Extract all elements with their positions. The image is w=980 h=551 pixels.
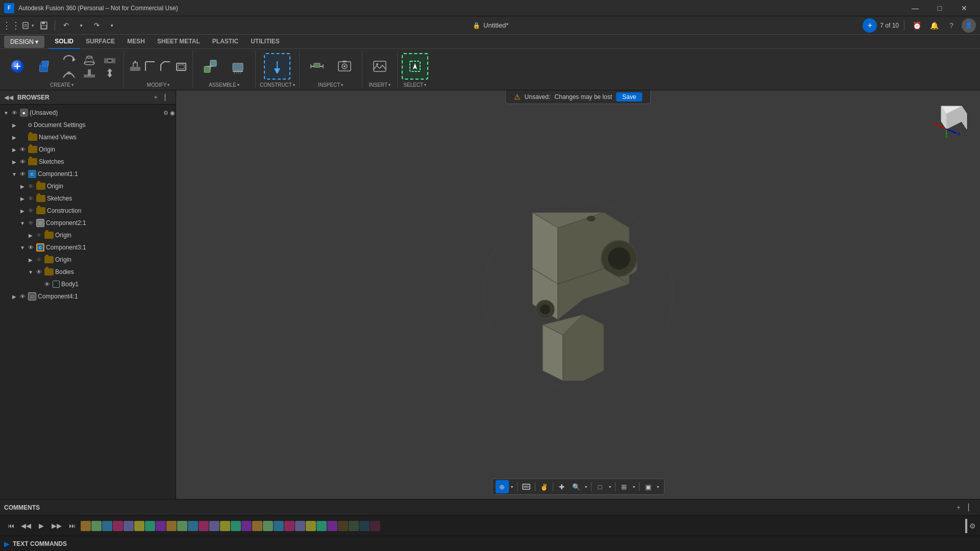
browser-item-comp2-origin[interactable]: 👁 Origin [0, 229, 176, 241]
root-settings-icon[interactable]: ⚙ [163, 110, 168, 116]
component1-toggle-icon[interactable] [10, 170, 18, 178]
sketches-toggle-icon[interactable] [10, 158, 18, 166]
timeline-next-button[interactable]: ▶▶ [50, 519, 63, 533]
browser-item-component1[interactable]: 👁 C Component1:1 [0, 168, 176, 180]
timeline-item[interactable] [284, 521, 295, 531]
timeline-item[interactable] [91, 521, 102, 531]
timeline-item[interactable] [231, 521, 241, 531]
fillet-button[interactable] [143, 60, 158, 73]
body1-eye-icon[interactable]: 👁 [43, 280, 51, 288]
timeline-item[interactable] [252, 521, 262, 531]
undo-dropdown[interactable]: ▾ [75, 19, 88, 32]
timeline-item[interactable] [209, 521, 219, 531]
tab-surface[interactable]: SURFACE [80, 35, 121, 49]
browser-item-named-views[interactable]: Named Views [0, 131, 176, 143]
timeline-item[interactable] [188, 521, 198, 531]
browser-item-origin[interactable]: 👁 Origin [0, 143, 176, 156]
construct-plane-button[interactable] [264, 53, 290, 80]
timeline-item[interactable] [166, 521, 177, 531]
screenshot-button[interactable] [331, 53, 358, 80]
timeline-item[interactable] [199, 521, 209, 531]
insert-image-button[interactable] [366, 53, 393, 80]
component2-toggle-icon[interactable] [18, 219, 27, 227]
chamfer-button[interactable] [159, 60, 173, 73]
sketches-eye-icon[interactable]: 👁 [18, 158, 27, 166]
hole-button[interactable] [100, 54, 119, 66]
timeline-item[interactable] [370, 521, 380, 531]
browser-item-comp3-bodies[interactable]: 👁 Bodies [0, 266, 176, 278]
nav-cube[interactable]: X Y Z [931, 98, 972, 139]
browser-item-root[interactable]: 👁 ■ (Unsaved) ⚙ ◉ [0, 107, 176, 119]
insert-group-label[interactable]: INSERT ▾ [369, 82, 391, 88]
display-settings-button[interactable] [520, 480, 533, 493]
timeline-item[interactable] [177, 521, 187, 531]
browser-item-comp1-origin[interactable]: 👁 Origin [0, 180, 176, 192]
viewport[interactable]: ⚠ Unsaved: Changes may be lost Save X Y [176, 90, 980, 499]
comp1-sketches-eye-icon[interactable]: 👁 [27, 194, 35, 203]
create-new-component-button[interactable] [4, 53, 31, 80]
tab-plastic[interactable]: PLASTIC [206, 35, 244, 49]
doc-settings-toggle-icon[interactable] [10, 121, 18, 129]
joint-button[interactable] [197, 53, 224, 80]
nav-cube-svg[interactable]: X Y Z [931, 98, 972, 139]
comp1-origin-toggle-icon[interactable] [18, 182, 27, 190]
comp1-sketches-toggle-icon[interactable] [18, 194, 27, 203]
maximize-button[interactable]: □ [928, 0, 951, 16]
tab-sheet-metal[interactable]: SHEET METAL [151, 35, 206, 49]
timeline-item[interactable] [349, 521, 359, 531]
ground-button[interactable] [225, 53, 251, 80]
comp3-origin-toggle-icon[interactable] [27, 256, 35, 264]
browser-item-body1[interactable]: 👁 Body1 [0, 278, 176, 290]
help-button[interactable]: ? [944, 18, 959, 33]
timeline-start-button[interactable]: ⏮ [4, 519, 17, 533]
comp2-origin-eye-icon[interactable]: 👁 [35, 231, 43, 239]
timeline-item[interactable] [338, 521, 348, 531]
comp1-origin-eye-icon[interactable]: 👁 [27, 182, 35, 190]
component4-eye-icon[interactable]: 👁 [18, 292, 27, 300]
undo-button[interactable]: ↶ [59, 19, 72, 32]
tab-solid[interactable]: SOLID [48, 35, 80, 49]
comment-panel-drag[interactable]: ▏ [966, 503, 976, 513]
root-eye-icon[interactable]: 👁 [10, 109, 18, 117]
component3-toggle-icon[interactable] [18, 243, 27, 252]
environment-dropdown[interactable]: ▾ [655, 480, 661, 493]
named-views-toggle-icon[interactable] [10, 133, 18, 141]
browser-item-doc-settings[interactable]: ⚙ Document Settings [0, 119, 176, 131]
root-toggle-icon[interactable] [2, 109, 10, 117]
timeline-item[interactable] [124, 521, 134, 531]
origin-toggle-icon[interactable] [10, 145, 18, 154]
timeline-item[interactable] [263, 521, 273, 531]
component3-eye-icon[interactable]: 👁 [27, 243, 35, 252]
zoom-fit-button[interactable]: ✚ [555, 480, 569, 493]
user-avatar-button[interactable]: 👤 [962, 18, 976, 33]
timeline-prev-button[interactable]: ◀◀ [19, 519, 33, 533]
home-view-dropdown[interactable]: ▾ [509, 480, 515, 493]
comp3-bodies-eye-icon[interactable]: 👁 [35, 268, 43, 276]
component1-eye-icon[interactable]: 👁 [18, 170, 27, 178]
press-pull-button[interactable] [128, 60, 142, 73]
browser-back-button[interactable]: ◀◀ [4, 94, 13, 101]
timeline-item[interactable] [359, 521, 370, 531]
browser-item-sketches[interactable]: 👁 Sketches [0, 156, 176, 168]
comp3-bodies-toggle-icon[interactable] [27, 268, 35, 276]
component4-toggle-icon[interactable] [10, 292, 18, 300]
visual-style-button[interactable]: □ [594, 480, 607, 493]
loft-button[interactable] [80, 54, 99, 66]
timeline-item[interactable] [113, 521, 123, 531]
timeline-play-button[interactable]: ▶ [35, 519, 48, 533]
modify-group-label[interactable]: MODIFY ▾ [147, 82, 170, 88]
timeline-item[interactable] [306, 521, 316, 531]
save-button[interactable]: Save [616, 92, 642, 102]
grid-button[interactable]: ⊞ [618, 480, 631, 493]
extrude-button[interactable] [32, 53, 58, 80]
comp2-origin-toggle-icon[interactable] [27, 231, 35, 239]
timeline-item[interactable] [327, 521, 337, 531]
move-button[interactable] [100, 67, 119, 79]
browser-item-comp1-sketches[interactable]: 👁 Sketches [0, 192, 176, 205]
zoom-button[interactable]: 🔍 [570, 480, 583, 493]
browser-item-component4[interactable]: 👁 □ Component4:1 [0, 290, 176, 303]
home-view-button[interactable]: ⊕ [496, 480, 509, 493]
redo-dropdown[interactable]: ▾ [105, 19, 118, 32]
shell-button[interactable] [174, 60, 188, 73]
timeline-item[interactable] [295, 521, 305, 531]
